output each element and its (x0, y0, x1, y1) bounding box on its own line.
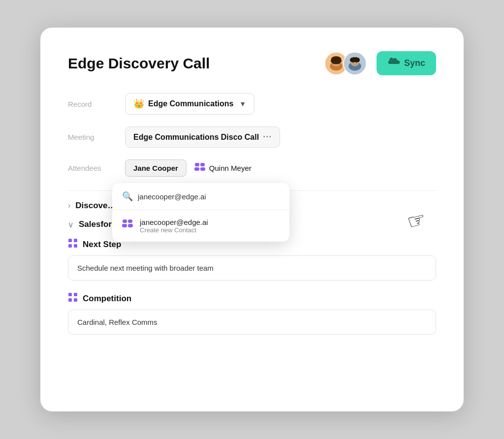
crown-icon: 👑 (133, 98, 144, 109)
search-icon: 🔍 (122, 191, 133, 202)
salesforce-cloud-icon (387, 57, 400, 69)
svg-point-4 (331, 56, 341, 62)
next-step-block: Next Step Schedule next meeting with bro… (68, 238, 436, 281)
attendee-dropdown-popup: 🔍 janecooper@edge.ai janecooper@edge.ai … (112, 183, 289, 242)
record-dropdown[interactable]: 👑 Edge Communications ▼ (125, 93, 254, 115)
svg-rect-16 (194, 167, 199, 171)
svg-rect-23 (74, 239, 77, 242)
svg-point-11 (352, 61, 354, 63)
svg-point-12 (356, 61, 357, 63)
svg-rect-26 (68, 293, 72, 296)
svg-rect-18 (123, 220, 127, 223)
people-icon (194, 162, 205, 174)
result-email: janecooper@edge.ai (140, 218, 208, 226)
chevron-down-icon: ▼ (239, 100, 246, 108)
svg-rect-28 (68, 298, 72, 302)
svg-rect-21 (128, 224, 133, 227)
result-subtext: Create new Contact (140, 226, 208, 234)
header: Edge Discovery Call (68, 51, 436, 75)
meeting-row: Meeting Edge Communications Disco Call ·… (68, 126, 436, 148)
attendee-quinn-meyer[interactable]: Quinn Meyer (194, 162, 252, 174)
sync-label: Sync (404, 58, 425, 68)
svg-rect-14 (195, 163, 199, 166)
chevron-down-section-icon: ∨ (68, 220, 74, 229)
next-step-grid-icon (68, 238, 78, 251)
page-title: Edge Discovery Call (68, 55, 315, 72)
contact-icon (122, 219, 133, 230)
record-value: Edge Communications (148, 99, 233, 108)
main-card: Edge Discovery Call (40, 28, 464, 411)
svg-rect-24 (68, 244, 72, 248)
record-label: Record (68, 100, 117, 108)
attendees-label: Attendees (68, 164, 117, 172)
contact-result-row[interactable]: janecooper@edge.ai Create new Contact (112, 210, 289, 242)
attendee-quinn-name: Quinn Meyer (209, 164, 252, 172)
discovery-title: Discove… (75, 201, 116, 211)
svg-rect-15 (200, 163, 205, 166)
svg-rect-25 (74, 244, 77, 248)
search-query: janecooper@edge.ai (138, 192, 206, 201)
next-step-value: Schedule next meeting with broader team (68, 255, 436, 281)
dots-icon: ··· (263, 132, 272, 142)
attendees-row: Attendees Jane Cooper Quinn Meyer 🔍 jane… (68, 159, 436, 177)
svg-rect-13 (352, 57, 357, 60)
svg-rect-19 (128, 220, 132, 223)
meeting-label: Meeting (68, 133, 117, 141)
competition-title: Competition (83, 294, 131, 304)
chevron-right-icon: › (68, 201, 70, 210)
svg-rect-22 (68, 239, 72, 242)
svg-rect-29 (74, 298, 77, 302)
svg-rect-20 (122, 224, 127, 227)
svg-point-5 (334, 61, 335, 63)
svg-rect-17 (200, 167, 205, 171)
svg-rect-27 (74, 293, 77, 296)
meeting-pill[interactable]: Edge Communications Disco Call ··· (125, 126, 280, 148)
attendee-jane-cooper[interactable]: Jane Cooper (125, 159, 187, 177)
record-row: Record 👑 Edge Communications ▼ (68, 93, 436, 115)
avatar-group (324, 52, 367, 75)
svg-point-6 (337, 61, 339, 63)
avatar-man (343, 52, 367, 75)
competition-header: Competition (68, 292, 436, 305)
meeting-value: Edge Communications Disco Call (133, 133, 259, 142)
sync-button[interactable]: Sync (377, 51, 436, 75)
next-step-title: Next Step (83, 240, 121, 250)
result-text-block: janecooper@edge.ai Create new Contact (140, 218, 208, 234)
competition-value: Cardinal, Reflex Comms (68, 310, 436, 335)
search-row: 🔍 janecooper@edge.ai (112, 183, 289, 210)
competition-grid-icon (68, 292, 78, 305)
competition-block: Competition Cardinal, Reflex Comms (68, 292, 436, 335)
